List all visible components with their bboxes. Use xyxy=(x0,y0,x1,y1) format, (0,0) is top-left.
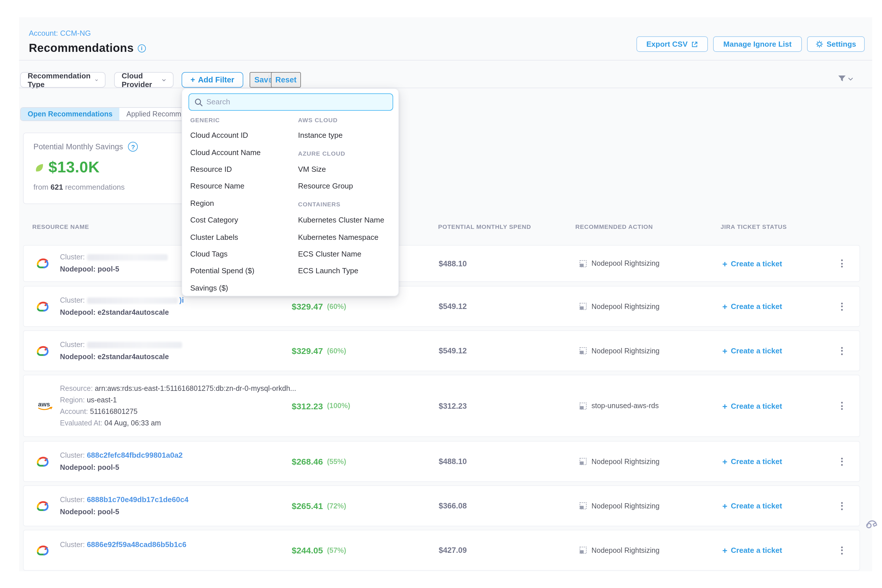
row-menu-button[interactable] xyxy=(838,458,846,465)
help-icon[interactable]: ? xyxy=(128,142,138,152)
plus-icon: + xyxy=(722,501,728,511)
nodepool-label: Nodepool: xyxy=(60,508,96,516)
plus-icon: + xyxy=(722,545,728,555)
filter-bar-divider xyxy=(19,88,872,88)
table-row[interactable]: Cluster: )i Nodepool: e2standar4autoscal… xyxy=(23,286,860,327)
reset-filter-button[interactable]: Reset xyxy=(271,72,301,88)
help-headset-icon[interactable] xyxy=(864,517,879,534)
filter-option-cloud-account-name[interactable]: Cloud Account Name xyxy=(190,144,291,161)
gear-icon xyxy=(816,40,823,48)
nodepool-value: pool-5 xyxy=(98,464,119,471)
manage-ignore-list-button[interactable]: Manage Ignore List xyxy=(713,36,802,52)
settings-button[interactable]: Settings xyxy=(807,36,865,52)
column-header-jira-ticket-status[interactable]: JIRA TICKET STATUS xyxy=(721,223,787,230)
redacted-cluster-name xyxy=(87,342,182,348)
monthly-savings-value: $265.41 xyxy=(292,501,323,511)
filter-option-cloud-account-id[interactable]: Cloud Account ID xyxy=(190,127,291,144)
potential-spend-value: $488.10 xyxy=(439,259,467,268)
filter-option-cluster-labels[interactable]: Cluster Labels xyxy=(190,229,291,246)
row-menu-button[interactable] xyxy=(838,502,846,510)
column-header-recommended-action[interactable]: RECOMMENDED ACTION xyxy=(575,223,653,230)
savings-percent: (60%) xyxy=(327,347,346,355)
account-breadcrumb[interactable]: Account: CCM-NG xyxy=(29,29,91,38)
filter-option-cost-category[interactable]: Cost Category xyxy=(190,212,291,229)
recommended-action-value: Nodepool Rightsizing xyxy=(591,546,660,554)
create-ticket-link[interactable]: +Create a ticket xyxy=(722,346,782,356)
add-filter-dropdown: GENERIC Cloud Account ID Cloud Account N… xyxy=(182,88,399,296)
gcp-icon xyxy=(36,530,50,570)
account-label: Account: xyxy=(60,408,88,416)
recommendation-type-label: Recommendation Type xyxy=(28,71,90,88)
table-row[interactable]: Cluster: 6886e92f59a48cad86b5b1c6 $244.0… xyxy=(23,530,860,571)
table-row[interactable]: Cluster: Nodepool: pool-5 $488.10 Nodepo… xyxy=(23,245,860,282)
row-menu-button[interactable] xyxy=(838,260,846,267)
filter-option-kubernetes-cluster-name[interactable]: Kubernetes Cluster Name xyxy=(298,212,396,229)
filter-option-vm-size[interactable]: VM Size xyxy=(298,161,396,178)
cluster-link[interactable]: 6886e92f59a48cad86b5b1c6 xyxy=(87,540,186,549)
row-menu-button[interactable] xyxy=(838,347,846,355)
create-ticket-link[interactable]: +Create a ticket xyxy=(722,302,782,311)
cluster-link[interactable]: 688c2fefc84fbdc99801a0a2 xyxy=(87,451,183,459)
filter-option-region[interactable]: Region xyxy=(190,195,291,212)
row-menu-button[interactable] xyxy=(838,302,846,310)
column-header-resource-name[interactable]: RESOURCE NAME xyxy=(32,223,89,230)
filter-option-kubernetes-namespace[interactable]: Kubernetes Namespace xyxy=(298,229,396,246)
filter-option-potential-spend[interactable]: Potential Spend ($) xyxy=(190,262,291,279)
cluster-label: Cluster: xyxy=(60,541,85,549)
rightsizing-icon xyxy=(579,303,587,310)
savings-from-text: from xyxy=(33,183,48,191)
filter-search-box[interactable] xyxy=(189,93,393,111)
create-ticket-link[interactable]: +Create a ticket xyxy=(722,501,782,511)
export-csv-button[interactable]: Export CSV xyxy=(636,36,708,52)
filter-option-savings[interactable]: Savings ($) xyxy=(190,279,291,296)
rightsizing-icon xyxy=(579,502,587,510)
plus-icon: + xyxy=(722,346,728,356)
create-ticket-link[interactable]: +Create a ticket xyxy=(722,258,782,268)
savings-amount: $13.0K xyxy=(48,159,100,176)
region-value: us-east-1 xyxy=(87,396,117,404)
section-containers: CONTAINERS xyxy=(298,195,396,212)
account-value: 511616801275 xyxy=(90,408,138,416)
filter-option-resource-id[interactable]: Resource ID xyxy=(190,161,291,178)
filter-search-input[interactable] xyxy=(206,94,388,110)
filter-option-resource-name[interactable]: Resource Name xyxy=(190,177,291,195)
nodepool-value: e2standar4autoscale xyxy=(98,352,169,361)
info-icon[interactable]: i xyxy=(138,44,146,52)
add-filter-button[interactable]: + Add Filter xyxy=(182,72,243,88)
add-filter-label: Add Filter xyxy=(198,75,234,84)
plus-icon: + xyxy=(722,457,728,466)
create-ticket-link[interactable]: +Create a ticket xyxy=(722,457,782,466)
tab-open-recommendations[interactable]: Open Recommendations xyxy=(21,108,120,120)
cluster-label: Cluster: xyxy=(60,296,85,304)
filter-panel-toggle[interactable] xyxy=(838,75,853,82)
filter-option-cloud-tags[interactable]: Cloud Tags xyxy=(190,245,291,262)
tab-applied-recommendations[interactable]: Applied Recommendations xyxy=(120,108,186,120)
filter-option-instance-type[interactable]: Instance type xyxy=(298,127,396,144)
potential-spend-value: $549.12 xyxy=(439,302,467,311)
recommendations-page: Account: CCM-NG Recommendations i Export… xyxy=(19,17,872,571)
potential-spend-value: $488.10 xyxy=(439,457,467,466)
manage-ignore-list-label: Manage Ignore List xyxy=(723,40,792,48)
cloud-provider-filter[interactable]: Cloud Provider xyxy=(114,72,174,88)
table-row[interactable]: Cluster: 6888b1c70e49db17c1de60c4 Nodepo… xyxy=(23,485,860,526)
table-row[interactable]: aws Resource: arn:aws:rds:us-east-1:5116… xyxy=(23,375,860,437)
cluster-link[interactable]: 6888b1c70e49db17c1de60c4 xyxy=(87,495,189,504)
gcp-icon xyxy=(36,331,50,370)
evaluated-at-value: 04 Aug, 06:33 am xyxy=(104,419,161,427)
nodepool-label: Nodepool: xyxy=(60,265,96,273)
column-header-potential-monthly-spend[interactable]: POTENTIAL MONTHLY SPEND xyxy=(438,223,531,230)
filter-option-ecs-launch-type[interactable]: ECS Launch Type xyxy=(298,262,396,279)
create-ticket-link[interactable]: +Create a ticket xyxy=(722,401,782,411)
recommended-action-value: stop-unused-aws-rds xyxy=(591,402,658,410)
settings-label: Settings xyxy=(826,40,856,48)
row-menu-button[interactable] xyxy=(838,546,846,554)
row-menu-button[interactable] xyxy=(838,402,846,410)
search-icon xyxy=(194,98,203,106)
cluster-link-fragment[interactable]: )i xyxy=(179,296,184,304)
filter-option-resource-group[interactable]: Resource Group xyxy=(298,177,396,195)
table-row[interactable]: Cluster: 688c2fefc84fbdc99801a0a2 Nodepo… xyxy=(23,441,860,482)
table-row[interactable]: Cluster: Nodepool: e2standar4autoscale $… xyxy=(23,330,860,371)
recommendation-type-filter[interactable]: Recommendation Type xyxy=(20,72,105,88)
filter-option-ecs-cluster-name[interactable]: ECS Cluster Name xyxy=(298,245,396,262)
create-ticket-link[interactable]: +Create a ticket xyxy=(722,545,782,555)
